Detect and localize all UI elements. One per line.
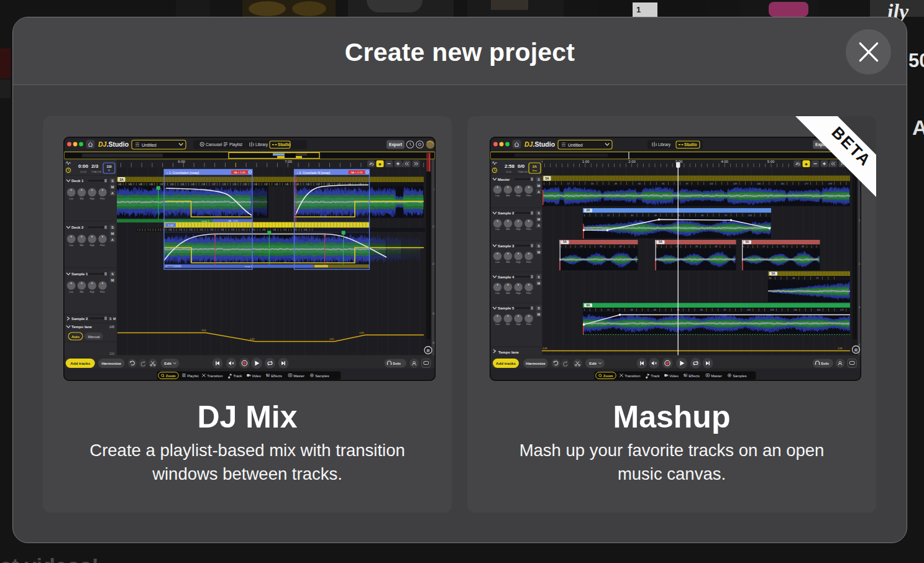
svg-text:Sample 1: Sample 1 xyxy=(71,272,88,276)
svg-text:49: 49 xyxy=(619,245,621,248)
svg-text:M: M xyxy=(537,217,540,221)
svg-text:6A: 6A xyxy=(586,303,590,306)
svg-text:5A × 1:15: 5A × 1:15 xyxy=(351,171,363,174)
svg-text:Filter: Filter xyxy=(526,194,532,196)
svg-text:M: M xyxy=(111,232,114,236)
svg-text:1: 1 xyxy=(656,245,657,248)
svg-text:S: S xyxy=(537,306,540,310)
svg-text:S: S xyxy=(537,275,540,278)
svg-text:6:00: 6:00 xyxy=(178,159,185,163)
svg-text:Track: Track xyxy=(651,373,659,377)
svg-text:33: 33 xyxy=(695,245,698,248)
svg-text:128: 128 xyxy=(542,347,547,350)
svg-text:Solo: Solo xyxy=(821,362,829,365)
svg-text:Low: Low xyxy=(495,228,500,231)
svg-text:S: S xyxy=(537,211,540,215)
svg-text:R: R xyxy=(427,348,430,352)
svg-text:Low: Low xyxy=(495,323,500,326)
svg-text:A: A xyxy=(537,224,540,227)
svg-text:M: M xyxy=(537,281,540,285)
svg-text:Master: Master xyxy=(293,373,304,377)
svg-text:5: 5 xyxy=(147,229,149,231)
svg-text:High: High xyxy=(90,198,94,200)
svg-text:Low: Low xyxy=(495,260,500,263)
svg-text:Zoom: Zoom xyxy=(166,373,176,377)
svg-text:4:00: 4:00 xyxy=(721,159,728,163)
svg-text:M: M xyxy=(113,317,116,321)
svg-text:TRACKS: TRACKS xyxy=(91,170,102,173)
svg-text:Export: Export xyxy=(389,142,403,147)
svg-text:Zoom: Zoom xyxy=(603,373,613,377)
svg-text:129: 129 xyxy=(770,309,774,311)
svg-text:Low: Low xyxy=(69,291,73,293)
svg-text:0:00: 0:00 xyxy=(78,163,89,168)
svg-text:S: S xyxy=(111,226,114,229)
svg-text:81: 81 xyxy=(701,214,703,216)
svg-text:Transition: Transition xyxy=(624,373,640,377)
svg-text:237: 237 xyxy=(264,183,268,185)
svg-text:3A: 3A xyxy=(119,177,124,181)
svg-text:A: A xyxy=(537,190,540,193)
svg-text:145: 145 xyxy=(794,309,797,311)
svg-text:High: High xyxy=(516,323,520,326)
svg-text:Mid: Mid xyxy=(506,194,510,196)
svg-text:Low: Low xyxy=(69,244,73,247)
svg-text:97: 97 xyxy=(725,214,727,216)
svg-text:2A: 2A xyxy=(586,209,590,212)
svg-text:13:26: 13:26 xyxy=(80,170,87,173)
svg-text:97: 97 xyxy=(723,309,726,311)
svg-text:53: 53 xyxy=(273,229,275,231)
svg-text:245: 245 xyxy=(285,183,288,185)
svg-text:Transition: Transition xyxy=(207,373,222,377)
svg-text:Filter: Filter xyxy=(526,260,532,263)
svg-text:Filter: Filter xyxy=(100,198,106,200)
svg-text:High: High xyxy=(90,244,94,247)
svg-text:Mid: Mid xyxy=(506,260,510,263)
svg-text:97: 97 xyxy=(816,277,818,280)
svg-text:Playlist: Playlist xyxy=(187,373,199,377)
svg-text:81: 81 xyxy=(700,309,703,311)
svg-text:33: 33 xyxy=(600,245,602,248)
svg-text:177: 177 xyxy=(840,309,844,311)
svg-text:R: R xyxy=(854,347,857,352)
svg-text:Edit: Edit xyxy=(589,361,597,365)
svg-text:Sample 4: Sample 4 xyxy=(498,275,515,278)
svg-text:17: 17 xyxy=(607,214,610,216)
svg-text:113: 113 xyxy=(748,214,752,216)
svg-text:DJ: DJ xyxy=(524,140,534,148)
svg-text:49: 49 xyxy=(262,229,265,231)
svg-text:Mid: Mid xyxy=(80,291,84,293)
svg-text:S: S xyxy=(111,179,114,183)
svg-text:5A: 5A xyxy=(771,272,775,275)
svg-text:110: 110 xyxy=(107,165,112,168)
svg-text:Effects: Effects xyxy=(688,373,700,377)
svg-text:Low: Low xyxy=(495,291,500,294)
svg-text:Low: Low xyxy=(495,194,500,196)
svg-text:233: 233 xyxy=(254,183,257,185)
svg-text:0/0: 0/0 xyxy=(518,163,525,168)
svg-text:Effects: Effects xyxy=(271,373,282,377)
svg-text:Sample 5: Sample 5 xyxy=(498,306,515,310)
svg-text:Studio: Studio xyxy=(278,142,291,147)
svg-text:161: 161 xyxy=(817,309,820,311)
svg-text:Mid: Mid xyxy=(506,323,510,326)
svg-text:Untitled: Untitled xyxy=(142,142,157,147)
svg-text:Emi: Emi xyxy=(532,169,536,172)
svg-text:49: 49 xyxy=(715,245,717,248)
svg-text:5A: 5A xyxy=(562,240,567,244)
svg-text:DJ: DJ xyxy=(98,140,107,148)
svg-text:Carousel: Carousel xyxy=(206,142,222,147)
svg-text:113: 113 xyxy=(747,309,751,311)
svg-text:♪ 2. Crossfade M [swap]: ♪ 2. Crossfade M [swap] xyxy=(297,170,331,174)
svg-text:Playlist: Playlist xyxy=(229,142,242,147)
svg-text:49: 49 xyxy=(802,245,804,248)
svg-text:Harmonize: Harmonize xyxy=(526,361,546,365)
svg-text:Mid: Mid xyxy=(80,244,84,247)
svg-text:Add tracks: Add tracks xyxy=(496,361,516,365)
svg-text:Filter: Filter xyxy=(100,291,106,293)
svg-text:.Studio: .Studio xyxy=(107,140,129,148)
svg-text:Auto: Auto xyxy=(71,334,80,338)
svg-text:Solo: Solo xyxy=(393,362,401,365)
svg-text:S: S xyxy=(109,317,112,321)
svg-text:High: High xyxy=(516,194,520,196)
